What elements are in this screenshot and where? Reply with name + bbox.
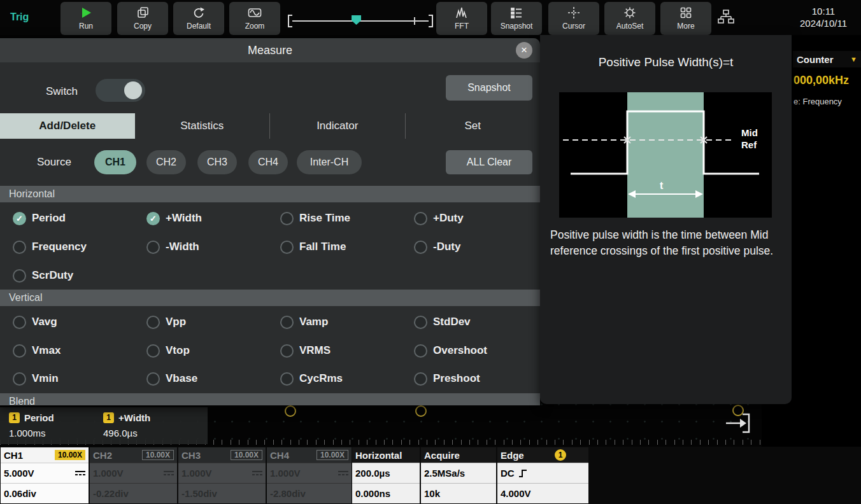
timeline-right-bracket [429, 15, 433, 27]
checkbox-icon [280, 212, 294, 225]
option-vavg[interactable]: Vavg [13, 312, 57, 332]
help-title: Positive Pulse Width(s)=t [540, 55, 792, 69]
toggle-knob [124, 81, 142, 99]
counter-label: Counter [797, 54, 834, 65]
option-vbase[interactable]: Vbase [146, 369, 197, 388]
option-preshoot[interactable]: Preshoot [414, 369, 480, 388]
option-nduty[interactable]: -Duty [414, 237, 460, 256]
source-ch2[interactable]: CH2 [146, 150, 186, 174]
cursor-icon [567, 5, 580, 20]
default-button[interactable]: Default [173, 2, 224, 35]
fft-button[interactable]: FFT [436, 2, 487, 35]
checkbox-icon [13, 316, 26, 329]
cursor-button[interactable]: Cursor [548, 2, 599, 35]
snapshot-button[interactable]: Snapshot [446, 75, 532, 101]
timeline-left-bracket [288, 15, 292, 27]
source-ch3[interactable]: CH3 [197, 150, 237, 174]
marker-circle [285, 405, 296, 417]
checkbox-icon [146, 372, 160, 386]
copy-button[interactable]: Copy [117, 2, 168, 35]
option-cycrms[interactable]: CycRms [280, 369, 343, 388]
option-fall-time[interactable]: Fall Time [280, 237, 346, 256]
checkbox-icon [280, 316, 294, 329]
autoset-button[interactable]: AutoSet [604, 2, 655, 35]
option-vmax[interactable]: Vmax [13, 341, 60, 360]
source-ch1[interactable]: CH1 [94, 150, 136, 174]
top-toolbar: Trig Run Copy Default Zoom [0, 0, 861, 35]
checkbox-icon [414, 316, 427, 329]
tab-add-delete[interactable]: Add/Delete [0, 113, 135, 139]
channel-block-ch2[interactable]: CH2 10.00X 1.000V -0.22div [90, 447, 177, 503]
checkbox-icon [146, 344, 160, 358]
more-button[interactable]: More [660, 2, 711, 35]
option-overshoot[interactable]: Overshoot [414, 341, 487, 360]
source-ch4[interactable]: CH4 [248, 150, 288, 174]
zoom-icon [248, 5, 262, 20]
help-description: Positive pulse width is the time between… [550, 227, 783, 259]
all-clear-button[interactable]: ALL Clear [446, 150, 532, 174]
checkbox-icon [13, 372, 26, 386]
measure-switch-toggle[interactable] [96, 79, 145, 102]
horizontal-block[interactable]: Horizontal 200.0µs 0.000ns [352, 447, 420, 503]
option-vmin[interactable]: Vmin [13, 369, 59, 388]
checkbox-icon [280, 344, 294, 358]
dc-coupling-icon [252, 470, 262, 476]
default-icon [192, 5, 205, 20]
dc-coupling-icon [164, 470, 174, 476]
dialog-titlebar[interactable]: Measure [0, 38, 540, 62]
measurement-results: 1 Period 1.000ms 1 +Width 496.0µs [0, 407, 208, 444]
option-frequency[interactable]: Frequency [13, 237, 87, 256]
section-blend: Blend [0, 393, 540, 405]
run-button[interactable]: Run [60, 2, 111, 35]
fft-icon [455, 5, 468, 20]
option-period[interactable]: ✓ Period [13, 209, 66, 228]
trigger-position-marker[interactable] [352, 15, 361, 25]
option-nwidth[interactable]: -Width [146, 237, 199, 256]
source-inter-ch[interactable]: Inter-CH [297, 150, 362, 174]
result-pwidth: 1 +Width 496.0µs [103, 411, 150, 438]
tab-statistics[interactable]: Statistics [135, 113, 271, 139]
option-vrms[interactable]: VRMS [280, 341, 331, 360]
time: 10:11 [790, 5, 857, 17]
option-rise-time[interactable]: Rise Time [280, 209, 350, 228]
option-stddev[interactable]: StdDev [414, 312, 471, 332]
autoset-icon [623, 5, 636, 20]
more-icon [680, 5, 692, 20]
option-pduty[interactable]: +Duty [414, 209, 464, 228]
counter-header[interactable]: Counter ▼ [793, 51, 861, 67]
trigger-block[interactable]: Edge 1 DC 4.000V [497, 447, 588, 503]
help-panel: Positive Pulse Width(s)=t Mid Ref t Posi… [540, 35, 792, 404]
channel-block-ch4[interactable]: CH4 10.00X 1.000V -2.80div [267, 447, 352, 503]
checkbox-icon [414, 241, 427, 254]
channel-block-ch3[interactable]: CH3 10.00X 1.000V -1.50div [178, 447, 266, 503]
source-label: Source [37, 150, 71, 174]
snapshot-icon [510, 5, 523, 20]
probe-badge: 10.00X [142, 450, 174, 460]
pulse-diagram-graphic [559, 92, 772, 218]
dc-coupling-icon [75, 470, 85, 476]
export-arrow-icon[interactable] [725, 412, 751, 437]
checkbox-icon [414, 372, 427, 386]
option-vtop[interactable]: Vtop [146, 341, 190, 360]
network-icon[interactable] [717, 9, 736, 28]
run-icon [80, 5, 92, 20]
checkbox-icon [13, 269, 26, 283]
pulse-width-diagram: Mid Ref t [559, 92, 772, 218]
probe-badge: 10.00X [55, 450, 85, 460]
tab-set[interactable]: Set [406, 113, 541, 139]
option-scrduty[interactable]: ScrDuty [13, 266, 73, 285]
channel-block-ch1[interactable]: CH1 10.00X 5.000V 0.06div [1, 447, 89, 503]
option-vpp[interactable]: Vpp [146, 312, 186, 332]
tab-indicator[interactable]: Indicator [270, 113, 406, 139]
snapshot-button-toolbar[interactable]: Snapshot [491, 2, 542, 35]
option-vamp[interactable]: Vamp [280, 312, 328, 332]
horizontal-position-indicator[interactable] [288, 15, 433, 27]
timeline-tick [414, 17, 415, 25]
zoom-button[interactable]: Zoom [229, 2, 280, 35]
acquire-block[interactable]: Acquire 2.5MSa/s 10k [421, 447, 496, 503]
option-pwidth[interactable]: ✓ +Width [146, 209, 202, 228]
date: 2024/10/11 [790, 17, 857, 29]
close-icon[interactable]: × [516, 42, 532, 59]
measure-dialog: Measure × Switch Snapshot Add/Delete Sta… [0, 38, 540, 405]
copy-icon [136, 5, 149, 20]
